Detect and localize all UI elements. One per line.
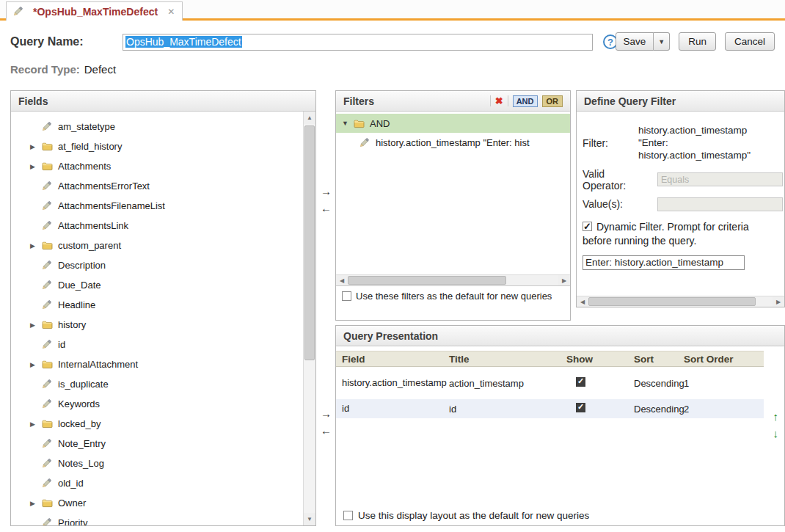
dynamic-filter-checkbox[interactable] (583, 222, 592, 231)
show-checkbox[interactable] (576, 403, 585, 412)
expand-icon[interactable]: ▶ (30, 242, 42, 249)
filter-and-node[interactable]: ▼ AND (336, 114, 570, 133)
expand-icon[interactable]: ▶ (30, 361, 42, 368)
field-tree-item[interactable]: Priority (11, 513, 303, 525)
pencil-icon (42, 518, 56, 525)
expand-icon[interactable]: ▶ (30, 143, 42, 150)
run-button[interactable]: Run (679, 32, 716, 51)
field-tree-item[interactable]: Due_Date (11, 275, 303, 295)
folder-icon (42, 161, 56, 171)
tab-bar: *OpsHub_MaxTimeDefect ✕ (0, 0, 785, 21)
default-filters-label: Use these filters as the default for new… (356, 291, 552, 302)
close-icon[interactable]: ✕ (167, 7, 175, 17)
field-tree-item[interactable]: ▶InternalAttachment (11, 354, 303, 374)
field-tree-item[interactable]: Notes_Log (11, 453, 303, 473)
folder-icon (42, 142, 56, 151)
move-down-icon[interactable]: ↓ (773, 428, 779, 439)
table-row[interactable]: id id Descending 2 (336, 399, 764, 418)
qp-panel-title: Query Presentation (343, 330, 438, 342)
move-up-icon[interactable]: ↑ (773, 411, 779, 422)
expand-icon[interactable]: ▶ (30, 500, 42, 507)
scroll-right-icon[interactable]: ▶ (773, 296, 784, 307)
field-tree-item[interactable]: is_duplicate (11, 374, 303, 394)
field-label: Description (58, 260, 106, 271)
scroll-down-icon[interactable]: ▼ (304, 513, 315, 525)
field-tree-item[interactable]: ▶Owner (11, 493, 303, 513)
pencil-icon (42, 122, 56, 131)
separator (508, 95, 508, 106)
field-label: Owner (58, 498, 86, 509)
default-layout-checkbox[interactable] (343, 511, 353, 520)
field-tree-item[interactable]: old_id (11, 473, 303, 493)
field-tree-item[interactable]: id (11, 335, 303, 354)
move-left-icon[interactable]: ← (321, 203, 332, 214)
scroll-left-icon[interactable]: ◀ (336, 275, 348, 285)
default-filters-checkbox[interactable] (342, 291, 351, 301)
field-label: InternalAttachment (58, 359, 138, 370)
filter-condition-node[interactable]: history.action_timestamp "Enter: hist (336, 133, 570, 152)
show-checkbox[interactable] (576, 377, 585, 387)
field-tree-item[interactable]: Description (11, 255, 303, 275)
qp-footer: Use this display layout as the default f… (343, 510, 589, 521)
cancel-button[interactable]: Cancel (725, 32, 775, 51)
scrollbar-thumb[interactable] (588, 297, 756, 306)
record-type-value: Defect (84, 63, 116, 76)
field-label: locked_by (58, 418, 101, 429)
table-row[interactable]: history.action_timestamp action_timestam… (336, 367, 764, 399)
define-hscrollbar[interactable]: ◀ ▶ (577, 296, 784, 307)
prompt-text-input[interactable] (583, 255, 745, 270)
scroll-left-icon[interactable]: ◀ (577, 296, 588, 307)
move-right-icon[interactable]: → (321, 408, 332, 419)
valid-operator-input (657, 172, 783, 186)
move-left-icon[interactable]: ← (321, 425, 332, 436)
scrollbar-thumb[interactable] (304, 125, 315, 360)
folder-icon (354, 119, 368, 128)
or-button[interactable]: OR (542, 95, 563, 107)
pencil-icon (42, 379, 56, 389)
pencil-icon (42, 478, 56, 488)
filter-condition-label: history.action_timestamp "Enter: hist (376, 137, 530, 148)
field-label: Keywords (58, 398, 100, 409)
field-tree-item[interactable]: ▶at_field_history (11, 136, 303, 156)
move-right-icon[interactable]: → (321, 186, 332, 197)
folder-icon (42, 360, 56, 369)
field-tree-item[interactable]: Note_Entry (11, 434, 303, 453)
and-button[interactable]: AND (513, 95, 538, 107)
expand-icon[interactable]: ▶ (30, 321, 42, 329)
field-label: am_statetype (58, 121, 115, 132)
field-tree-item[interactable]: ▶locked_by (11, 414, 303, 434)
folder-icon (42, 320, 56, 329)
delete-filter-icon[interactable]: ✖ (495, 95, 503, 106)
field-tree-item[interactable]: Keywords (11, 394, 303, 414)
field-tree-item[interactable]: AttachmentsFilenameList (11, 196, 303, 216)
cell-sort-order: 2 (684, 404, 764, 415)
field-tree-item[interactable]: ▶Attachments (11, 156, 303, 176)
field-tree-item[interactable]: ▶history (11, 315, 303, 335)
expand-icon[interactable]: ▶ (30, 420, 42, 428)
pencil-icon (42, 399, 56, 409)
expand-icon[interactable]: ▶ (30, 163, 42, 170)
scrollbar-thumb[interactable] (348, 276, 506, 285)
fields-scrollbar[interactable]: ▲ ▼ (303, 112, 315, 525)
scroll-up-icon[interactable]: ▲ (304, 112, 315, 124)
dynamic-filter-row: Dynamic Filter. Prompt for criteria befo… (583, 220, 754, 249)
field-label: Notes_Log (58, 458, 104, 469)
field-tree-item[interactable]: Headline (11, 295, 303, 315)
field-tree-item[interactable]: AttachmentsErrorText (11, 176, 303, 196)
values-label: Value(s): (583, 198, 657, 210)
scroll-right-icon[interactable]: ▶ (558, 275, 570, 285)
field-tree-item[interactable]: am_statetype (11, 117, 303, 136)
save-dropdown-button[interactable]: ▼ (653, 32, 670, 51)
query-name-input[interactable]: OpsHub_MaxTimeDefect (123, 34, 593, 51)
field-label: at_field_history (58, 141, 122, 152)
field-tree-item[interactable]: ▶custom_parent (11, 236, 303, 255)
collapse-icon[interactable]: ▼ (342, 120, 354, 127)
define-query-filter-panel: Define Query Filter Filter: history.acti… (576, 90, 785, 307)
query-tab[interactable]: *OpsHub_MaxTimeDefect ✕ (6, 1, 183, 21)
filters-hscrollbar[interactable]: ◀ ▶ (336, 274, 570, 285)
save-button[interactable]: Save (616, 32, 654, 51)
field-tree-item[interactable]: AttachmentsLink (11, 216, 303, 236)
tab-title: *OpsHub_MaxTimeDefect (33, 6, 158, 18)
filters-panel-header: Filters ✖ AND OR (336, 91, 570, 112)
field-label: AttachmentsLink (58, 220, 128, 231)
